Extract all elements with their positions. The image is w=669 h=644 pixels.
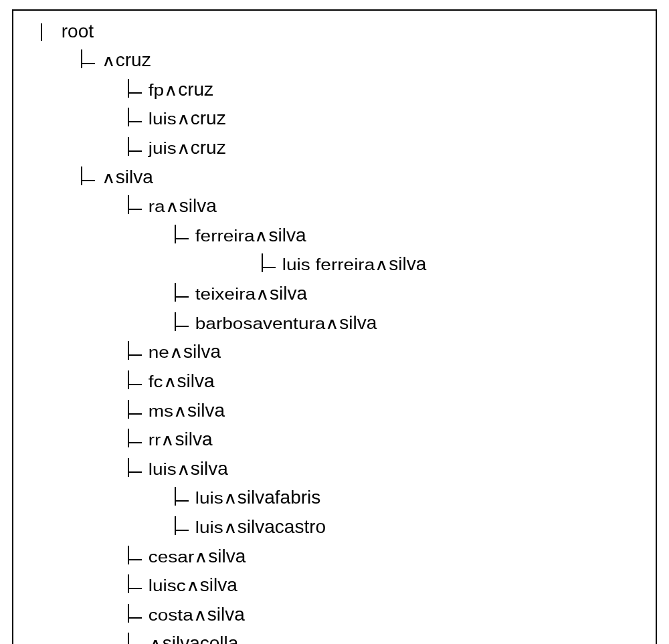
tree-node-text: cruz	[191, 137, 226, 158]
tree-node: juis∧ cruz	[126, 132, 650, 162]
tree-node: ∧ cruz	[79, 45, 650, 75]
tree-node: fp∧ cruz	[126, 74, 650, 104]
tree-node-prefix: rr∧	[149, 428, 175, 452]
tree-tick-icon	[126, 430, 142, 449]
tree-node: luis ferreira∧ silva	[260, 249, 650, 279]
tree-tick-icon	[126, 605, 142, 624]
tree-node: teixeira∧ silva	[173, 278, 650, 308]
tree-node-text: silva	[191, 458, 228, 479]
tree-node: ∧silva	[79, 162, 650, 191]
tree-node-label: luis∧ silvafabris	[195, 487, 321, 508]
tree-node-text: silva	[207, 604, 245, 625]
tree-node-label: ∧ silvacolla	[149, 633, 239, 644]
tree-node-text: silva	[187, 400, 225, 421]
tree-node-prefix: luis∧	[195, 487, 237, 511]
tree-node-text: silvafabris	[237, 487, 320, 508]
tree-node-text: cruz	[116, 49, 151, 70]
tree-node: luis∧ silva	[126, 453, 650, 483]
tree-node-prefix: ∧	[149, 633, 163, 644]
tree-tick-icon	[260, 255, 276, 274]
tree-node-prefix: ms∧	[149, 399, 187, 423]
tree-node-text: cruz	[191, 108, 226, 128]
tree-node-text: silva	[177, 370, 215, 391]
tree-node-text: silva	[268, 225, 306, 245]
tree-node-label: ra∧ silva	[149, 195, 217, 216]
tree-tick-icon	[173, 314, 189, 332]
tree-node-label: teixeira∧ silva	[195, 283, 307, 304]
tree-node: luis∧ silvacastro	[173, 512, 650, 541]
tree-node-prefix: ne∧	[149, 340, 183, 364]
tree-node-label: barbosaventura∧ silva	[195, 312, 377, 333]
tree-node: luisc∧ silva	[126, 570, 650, 600]
tree-node-label: luis∧ cruz	[149, 108, 226, 128]
tree-node-text: silvacolla	[163, 633, 239, 644]
tree-node: luis∧ cruz	[126, 104, 650, 133]
tree-node: ne∧ silva	[126, 337, 650, 366]
tree-node-text: silva	[389, 253, 426, 274]
tree-node-label: luisc∧ silva	[149, 574, 237, 595]
tree-node: ms∧ silva	[126, 395, 650, 425]
tree-node-label: ferreira∧ silva	[195, 225, 306, 245]
tree-node: cesar∧ silva	[126, 541, 650, 570]
tree-node-text: silva	[183, 341, 221, 362]
tree-tick-icon	[126, 342, 142, 361]
tree-node-prefix: fc∧	[149, 370, 177, 394]
tree-node: barbosaventura∧ silva	[173, 308, 650, 337]
tree-node-prefix: costa∧	[149, 603, 207, 627]
tree-tick-icon	[126, 80, 142, 99]
tree-frame: root ∧ cruz fp∧ cruz luis∧ cruz juis∧ cr…	[12, 9, 657, 644]
tree-node-text: silva	[175, 429, 212, 449]
wedge-icon: ∧	[102, 49, 116, 73]
tree-tick-icon	[173, 284, 189, 303]
tree-node: ferreira∧ silva	[173, 220, 650, 249]
tree-node-label: fp∧ cruz	[149, 79, 213, 100]
tree-node-prefix: fp∧	[149, 78, 178, 102]
tree-node-label: ms∧ silva	[149, 400, 225, 421]
tree-node-prefix: cesar∧	[149, 545, 208, 569]
tree-node-label: luis∧ silva	[149, 458, 228, 479]
tree-node-text: silva	[179, 195, 217, 216]
tree-node-prefix: luisc∧	[149, 574, 200, 598]
tree: root ∧ cruz fp∧ cruz luis∧ cruz juis∧ cr…	[19, 16, 650, 644]
tree-tick-icon	[79, 51, 95, 70]
tree-tick-icon	[173, 226, 189, 245]
tree-node: ∧ silvacolla	[126, 629, 650, 644]
tree-node-label: ∧silva	[102, 167, 153, 187]
tree-node-prefix: barbosaventura∧	[195, 312, 340, 336]
tree-node: luis∧ silvafabris	[173, 483, 650, 512]
tree-node-text: silva	[208, 546, 246, 566]
tree-node-text: silvacastro	[237, 516, 326, 537]
tree-tick-icon	[126, 401, 142, 420]
tree-tick-icon	[126, 459, 142, 478]
tree-node: rr∧ silva	[126, 425, 650, 454]
tree-tick-icon	[126, 372, 142, 391]
tree-node-prefix: ferreira∧	[195, 224, 269, 248]
tree-node-prefix: luis∧	[149, 457, 191, 481]
tree-node: fc∧ silva	[126, 366, 650, 395]
tree-node-label: ne∧ silva	[149, 341, 221, 362]
tree-node-label: cesar∧ silva	[149, 546, 246, 566]
tree-node-prefix: juis∧	[149, 136, 191, 160]
tree-node: ra∧ silva	[126, 191, 650, 221]
tree-node-text: silva	[116, 167, 153, 187]
tree-tick-icon	[126, 109, 142, 128]
tree-node-label: ∧ cruz	[102, 49, 151, 70]
tree-tick-icon	[126, 547, 142, 566]
tree-tick-icon	[126, 634, 142, 644]
tree-node: costa∧ silva	[126, 599, 650, 629]
tree-node-label: luis ferreira∧ silva	[282, 253, 427, 274]
tree-node-label: rr∧ silva	[149, 429, 213, 449]
tree-tick-icon	[126, 576, 142, 595]
tree-node-label: juis∧ cruz	[149, 137, 226, 158]
tree-tick-icon	[39, 22, 55, 41]
tree-tick-icon	[173, 488, 189, 507]
tree-node-prefix: teixeira∧	[195, 282, 270, 306]
tree-node-text: cruz	[178, 79, 213, 100]
tree-tick-icon	[79, 168, 95, 187]
tree-node-prefix: ra∧	[149, 195, 179, 219]
tree-node-label: luis∧ silvacastro	[195, 516, 326, 537]
tree-node-prefix: luis ferreira∧	[282, 253, 389, 278]
tree-tick-icon	[173, 518, 189, 536]
tree-node-root: root	[39, 16, 650, 45]
tree-node-text: silva	[270, 283, 307, 304]
